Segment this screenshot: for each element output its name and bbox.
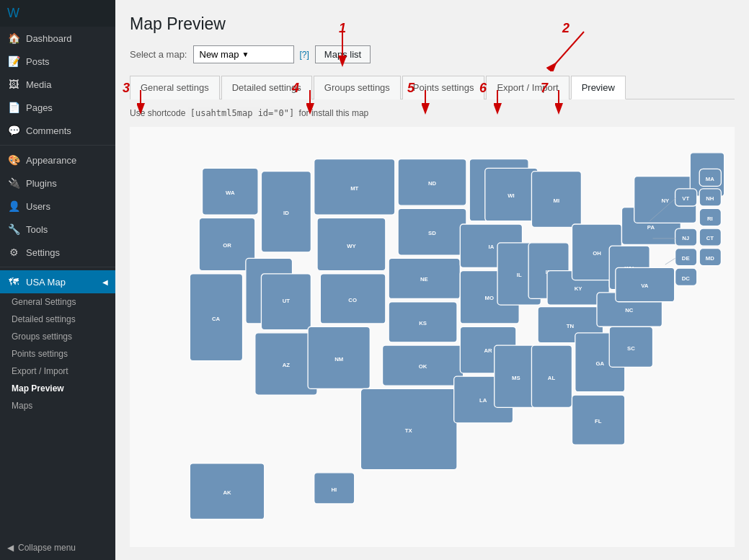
sidebar-sub-export-import[interactable]: Export / Import — [0, 363, 115, 380]
state-mt[interactable] — [314, 159, 395, 215]
site-logo: W — [0, 0, 115, 27]
state-ak[interactable] — [190, 463, 264, 520]
state-mi[interactable] — [531, 172, 581, 228]
map-container: WA OR CA NV ID MT WY UT AZ — [130, 127, 735, 547]
shortcode-info: Use shortcode [usahtml5map id="0"] for i… — [130, 108, 735, 118]
sub-label: Detailed settings — [12, 314, 76, 324]
state-fl[interactable] — [572, 395, 624, 445]
sidebar-item-settings[interactable]: ⚙ Settings — [0, 241, 115, 264]
arrow-icon: ◀ — [102, 278, 108, 286]
state-ri[interactable] — [699, 208, 721, 226]
tab-label: Export / Import — [497, 82, 558, 93]
usa-map-svg: WA OR CA NV ID MT WY UT AZ — [137, 134, 727, 538]
sidebar-item-usa-map[interactable]: 🗺 USA Map ◀ — [0, 270, 115, 293]
maps-list-button[interactable]: Maps list — [315, 45, 371, 63]
tab-groups-settings[interactable]: Groups settings — [314, 76, 401, 99]
sidebar-item-plugins[interactable]: 🔌 Plugins — [0, 172, 115, 195]
sidebar-sub-points-settings[interactable]: Points settings — [0, 345, 115, 363]
sidebar-sub-maps[interactable]: Maps — [0, 397, 115, 414]
tab-detailed-settings[interactable]: Detailed settings — [221, 76, 312, 99]
sidebar-item-users[interactable]: 👤 Users — [0, 195, 115, 218]
state-dc[interactable] — [675, 268, 697, 285]
state-ct[interactable] — [699, 228, 721, 246]
annotation-3: 3 — [123, 81, 130, 96]
usa-map-icon: 🗺 — [7, 276, 20, 288]
map-select-dropdown[interactable]: New map ▼ — [193, 45, 294, 63]
dropdown-arrow-icon: ▼ — [241, 50, 249, 58]
sidebar-item-tools[interactable]: 🔧 Tools — [0, 218, 115, 241]
sub-label: Export / Import — [12, 366, 68, 376]
state-ma[interactable] — [699, 169, 721, 186]
sidebar-item-label: Users — [26, 201, 50, 212]
plugins-icon: 🔌 — [7, 177, 20, 189]
state-hi[interactable] — [314, 473, 355, 504]
state-co[interactable] — [320, 274, 386, 324]
shortcode-prefix: Use shortcode — [130, 108, 185, 118]
tab-preview[interactable]: Preview — [571, 76, 626, 99]
tab-general-settings[interactable]: General settings — [130, 76, 220, 99]
state-nm[interactable] — [308, 326, 370, 388]
sub-label: Groups settings — [12, 332, 72, 342]
state-nd[interactable] — [398, 159, 466, 205]
state-nh[interactable] — [699, 189, 721, 206]
sidebar: W 🏠 Dashboard 📝 Posts 🖼 Media 📄 Pages 💬 … — [0, 0, 115, 560]
sidebar-item-appearance[interactable]: 🎨 Appearance — [0, 148, 115, 172]
state-tx[interactable] — [360, 388, 457, 469]
sub-label: Map Preview — [12, 383, 64, 394]
tab-label: General settings — [141, 82, 209, 93]
state-sc[interactable] — [609, 326, 652, 367]
collapse-label: Collapse menu — [18, 543, 76, 553]
sidebar-item-label: Posts — [26, 56, 50, 67]
state-id[interactable] — [261, 172, 311, 252]
users-icon: 👤 — [7, 200, 20, 212]
state-sd[interactable] — [398, 208, 466, 255]
state-al[interactable] — [531, 345, 572, 407]
state-ut[interactable] — [261, 274, 311, 330]
sidebar-sub-general-settings[interactable]: General Settings — [0, 293, 115, 311]
tabs-row: General settings Detailed settings Group… — [130, 75, 735, 99]
sidebar-item-label: Plugins — [26, 178, 57, 189]
state-wi[interactable] — [485, 168, 538, 221]
help-link[interactable]: [?] — [300, 50, 309, 60]
state-nj[interactable] — [675, 228, 697, 246]
sidebar-item-posts[interactable]: 📝 Posts — [0, 50, 115, 73]
shortcode-suffix: for install this map — [299, 108, 369, 118]
appearance-icon: 🎨 — [7, 154, 20, 166]
state-ks[interactable] — [389, 302, 457, 342]
sidebar-item-label: Appearance — [26, 155, 76, 166]
tab-export-import[interactable]: Export / Import — [486, 76, 569, 99]
state-wy[interactable] — [317, 218, 386, 270]
tab-points-settings[interactable]: Points settings — [402, 76, 485, 99]
sidebar-divider-2 — [0, 267, 115, 267]
tab-label: Preview — [582, 82, 615, 93]
tab-label: Points settings — [413, 82, 474, 93]
map-value-text: New map — [200, 49, 239, 60]
sub-label: Points settings — [12, 349, 68, 359]
sidebar-item-dashboard[interactable]: 🏠 Dashboard — [0, 27, 115, 50]
sidebar-item-comments[interactable]: 💬 Comments — [0, 119, 115, 142]
media-icon: 🖼 — [7, 79, 20, 90]
sidebar-sub-detailed-settings[interactable]: Detailed settings — [0, 311, 115, 328]
comments-icon: 💬 — [7, 125, 20, 136]
sidebar-item-media[interactable]: 🖼 Media — [0, 73, 115, 96]
state-ca[interactable] — [190, 274, 242, 361]
state-ok[interactable] — [383, 345, 464, 386]
sidebar-sub-map-preview[interactable]: Map Preview — [0, 380, 115, 397]
state-vt[interactable] — [675, 189, 697, 206]
shortcode-code: [usahtml5map id="0"] — [188, 107, 297, 119]
tools-icon: 🔧 — [7, 223, 20, 235]
settings-icon: ⚙ — [7, 246, 20, 258]
state-wa[interactable] — [203, 168, 259, 215]
main-content: Map Preview Select a map: New map ▼ [?] … — [115, 0, 749, 560]
sidebar-item-pages[interactable]: 📄 Pages — [0, 96, 115, 119]
sidebar-sub-groups-settings[interactable]: Groups settings — [0, 328, 115, 345]
sidebar-item-label: Tools — [26, 224, 48, 235]
state-md[interactable] — [699, 249, 721, 266]
collapse-icon: ◀ — [7, 543, 14, 553]
state-ne[interactable] — [389, 258, 460, 298]
state-de[interactable] — [675, 249, 697, 266]
tab-label: Groups settings — [324, 82, 390, 93]
state-va[interactable] — [616, 267, 675, 301]
sidebar-item-label: Pages — [26, 102, 53, 113]
collapse-menu-button[interactable]: ◀ Collapse menu — [0, 535, 115, 560]
